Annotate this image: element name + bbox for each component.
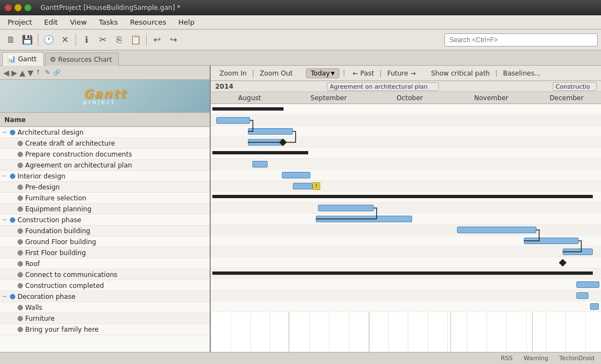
minimize-button[interactable]	[14, 4, 22, 11]
task-row[interactable]: Create draft of architecture	[0, 138, 210, 149]
nav-up[interactable]: ▲	[19, 68, 27, 77]
gantt-row-bg	[211, 115, 601, 126]
nav-link[interactable]: 🔗	[52, 69, 62, 76]
expand-btn[interactable]: −	[2, 129, 10, 135]
status-bar: RSS Warning TechinDroid	[0, 352, 601, 364]
close-button[interactable]: ✕	[57, 32, 73, 48]
expand-btn[interactable]: −	[2, 173, 10, 179]
task-row[interactable]: − Construction phase	[0, 215, 210, 226]
task-dot	[18, 184, 23, 190]
gantt-task-bar[interactable]	[590, 303, 599, 310]
gantt-task-bar[interactable]	[252, 161, 268, 167]
gantt-month-august: August	[211, 94, 288, 102]
today-button[interactable]: Today ▼	[306, 68, 340, 78]
nav-up2[interactable]: ⤒	[34, 69, 42, 76]
gantt-task-bar[interactable]	[316, 216, 412, 222]
task-row[interactable]: Pre-design	[0, 182, 210, 193]
task-dot	[18, 152, 23, 157]
past-button[interactable]: ← Past	[348, 68, 378, 78]
agreement-label: Agreement on architectural plan	[327, 82, 439, 91]
task-row[interactable]: − Interior design	[0, 171, 210, 182]
task-dot	[18, 141, 23, 146]
menu-tasks[interactable]: Tasks	[94, 17, 124, 27]
nav-edit[interactable]: ✎	[44, 69, 51, 76]
gantt-task-bar[interactable]	[293, 183, 313, 189]
task-name: Bring your family here	[25, 326, 99, 333]
task-row[interactable]: Foundation building	[0, 226, 210, 236]
menu-help[interactable]: Help	[173, 17, 200, 27]
resources-tab-icon: ⚙	[50, 55, 56, 63]
task-row[interactable]: Equipment planning	[0, 204, 210, 215]
toolbar-sep-1	[38, 33, 38, 47]
task-row[interactable]: Walls	[0, 302, 210, 313]
cut-button[interactable]: ✂	[95, 32, 111, 48]
task-row[interactable]: Prepare construction documents	[0, 149, 210, 160]
task-row[interactable]: First Floor building	[0, 247, 210, 258]
gantt-year-labels: Agreement on architectural plan Construc…	[242, 81, 597, 91]
task-row[interactable]: Agreement on architectural plan	[0, 160, 210, 171]
task-row[interactable]: Ground Floor building	[0, 236, 210, 247]
menu-resources[interactable]: Resources	[124, 17, 171, 27]
tab-resources[interactable]: ⚙ Resources Chart	[45, 53, 119, 66]
gantt-task-bar[interactable]	[248, 139, 284, 146]
window-controls[interactable]	[4, 4, 32, 11]
search-input[interactable]	[444, 33, 598, 47]
menu-project[interactable]: Project	[2, 17, 37, 27]
gantt-summary-bar	[212, 151, 308, 154]
nav-right[interactable]: ▶	[10, 68, 19, 77]
zoom-out-button[interactable]: Zoom Out	[256, 68, 297, 78]
title-bar: GanttProject [HouseBuildingSample.gan] *	[0, 0, 601, 15]
logo-project: project	[83, 99, 115, 106]
info-button[interactable]: ℹ	[79, 32, 94, 48]
gantt-task-bar[interactable]	[524, 238, 579, 244]
resources-tab-label: Resources Chart	[58, 56, 112, 63]
copy-button[interactable]: ⎘	[112, 32, 127, 48]
gantt-task-bar[interactable]	[576, 281, 599, 288]
paste-button[interactable]: 📋	[128, 32, 143, 48]
status-rss: RSS	[501, 355, 513, 362]
gantt-task-bar[interactable]	[576, 292, 588, 299]
task-row[interactable]: Furniture	[0, 313, 210, 324]
save-button[interactable]: 💾	[20, 32, 35, 48]
redo-button[interactable]: ↪	[166, 32, 181, 48]
task-row[interactable]: − Architectural design	[0, 127, 210, 138]
nav-arrows[interactable]: ◀ ▶ ▲ ▼ ⤒ ✎ 🔗	[2, 68, 62, 77]
gantt-task-bar[interactable]	[216, 117, 250, 124]
task-dot	[18, 163, 23, 168]
nav-left[interactable]: ◀	[2, 68, 10, 77]
task-row[interactable]: Connect to communications	[0, 269, 210, 280]
gantt-chart-area[interactable]: !	[211, 104, 601, 352]
task-row[interactable]: Roof	[0, 258, 210, 269]
task-row[interactable]: − Decoration phase	[0, 291, 210, 302]
gantt-task-bar[interactable]	[318, 205, 374, 211]
future-button[interactable]: Future →	[383, 68, 420, 78]
menu-view[interactable]: View	[65, 17, 93, 27]
task-dot	[18, 206, 23, 212]
undo-button[interactable]: ↩	[149, 32, 165, 48]
toolbar-sep-3	[146, 33, 147, 47]
close-button[interactable]	[4, 4, 12, 11]
recent-button[interactable]: 🕐	[41, 32, 56, 48]
nav-down[interactable]: ▼	[26, 68, 34, 77]
gantt-task-bar[interactable]	[457, 227, 536, 233]
baselines-button[interactable]: Baselines...	[499, 68, 545, 78]
task-list[interactable]: − Architectural design Create draft of a…	[0, 127, 210, 352]
tab-gantt[interactable]: 📊 Gantt	[2, 52, 44, 66]
task-row[interactable]: Bring your family here	[0, 324, 210, 335]
expand-btn[interactable]: −	[2, 217, 10, 223]
task-row[interactable]: Construction completed	[0, 280, 210, 291]
expand-btn[interactable]: −	[2, 293, 10, 299]
menu-edit[interactable]: Edit	[38, 17, 63, 27]
maximize-button[interactable]	[24, 4, 32, 11]
zoom-in-button[interactable]: Zoom In	[215, 68, 251, 78]
gantt-task-bar[interactable]	[282, 172, 310, 178]
gantt-task-bar[interactable]	[563, 249, 593, 255]
constructio-label: Constructio	[553, 82, 597, 91]
task-name: First Floor building	[25, 249, 86, 257]
main-area: ◀ ▶ ▲ ▼ ⤒ ✎ 🔗 Gantt project Name − Arc	[0, 66, 601, 352]
task-row[interactable]: Furniture selection	[0, 193, 210, 204]
show-critical-path-button[interactable]: Show critical path	[427, 68, 494, 78]
gantt-task-bar[interactable]	[248, 128, 293, 135]
gantt-panel: Zoom In | Zoom Out Today ▼ | ← Past | Fu…	[211, 66, 601, 352]
new-button[interactable]: 🗎	[3, 32, 19, 48]
